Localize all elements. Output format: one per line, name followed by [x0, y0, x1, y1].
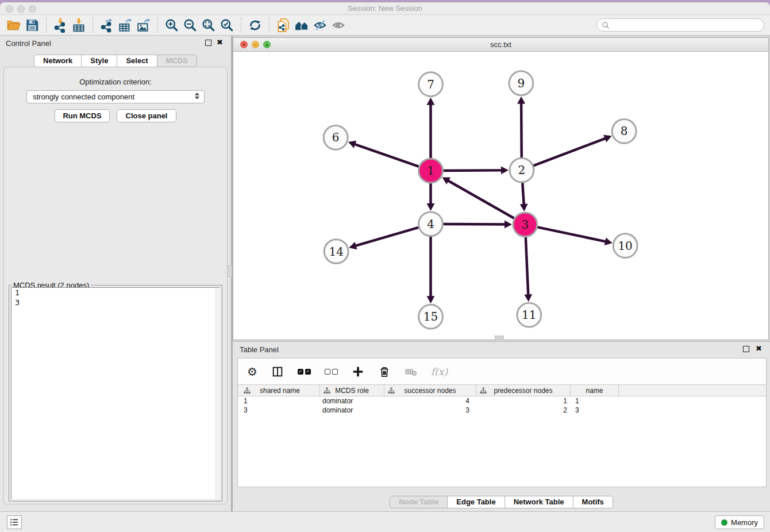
zoom-out-icon	[183, 18, 198, 33]
deselect-all-button[interactable]	[325, 363, 338, 380]
node-label: 15	[424, 310, 438, 323]
select-all-button[interactable]: ✓✓	[298, 363, 311, 380]
tab-network[interactable]: Network	[34, 55, 82, 67]
tab-edge-table[interactable]: Edge Table	[448, 496, 505, 508]
tab-network-table[interactable]: Network Table	[505, 496, 573, 508]
show-details-button[interactable]	[329, 17, 348, 34]
app-window: Session: New Session Control Panel	[0, 2, 770, 532]
unchecked-box-icon	[325, 369, 330, 375]
zoom-selected-button[interactable]	[218, 17, 236, 34]
workspace: ✕ − + scc.txt 1234678910111415 Table Pan…	[233, 36, 770, 511]
tab-node-table[interactable]: Node Table	[390, 496, 448, 508]
network-window-titlebar: ✕ − + scc.txt	[233, 38, 768, 52]
tab-select[interactable]: Select	[117, 55, 157, 67]
table-row[interactable]: 1 dominator 4 1 1	[238, 396, 766, 406]
search-field[interactable]	[596, 18, 764, 32]
criterion-dropdown[interactable]: strongly connected component	[26, 90, 205, 103]
task-history-button[interactable]	[7, 515, 22, 529]
control-panel-title: Control Panel	[6, 39, 51, 48]
table-row[interactable]: 3 dominator 3 2 3	[238, 406, 766, 415]
graph-edge[interactable]	[522, 183, 524, 206]
tab-mcds[interactable]: MCDS	[157, 55, 197, 67]
mcds-result-textarea[interactable]: 1 3	[11, 287, 220, 499]
checked-box-icon: ✓	[305, 369, 311, 375]
scrollbar-track[interactable]	[215, 288, 220, 499]
result-line: 1	[11, 288, 220, 298]
close-panel-icon[interactable]: ✖	[756, 344, 762, 353]
graph-edge[interactable]	[355, 228, 419, 246]
gear-icon: ⚙	[247, 365, 257, 378]
add-column-button[interactable]	[352, 363, 364, 380]
float-panel-icon[interactable]	[743, 346, 749, 352]
delete-button[interactable]	[378, 363, 391, 380]
horizontal-splitter-handle[interactable]	[495, 336, 504, 340]
node-label: 3	[521, 218, 529, 232]
export-image-icon	[136, 18, 151, 33]
import-table-icon	[71, 18, 86, 33]
tab-style[interactable]: Style	[82, 55, 117, 67]
zoom-out-button[interactable]	[181, 17, 199, 34]
mcds-tab-content: Optimization criterion: strongly connect…	[3, 67, 228, 504]
network-window-title: scc.txt	[233, 40, 768, 49]
close-panel-button[interactable]: Close panel	[117, 109, 176, 122]
zoom-selected-icon	[220, 18, 234, 33]
zoom-in-button[interactable]	[163, 17, 181, 34]
split-columns-button[interactable]	[271, 363, 284, 380]
delete-column-icon	[405, 365, 417, 378]
column-header-successor-nodes[interactable]: successor nodes	[384, 385, 476, 396]
node-table-card: ⚙ ✓✓ f(x) shared name MCDS role successo…	[237, 358, 767, 487]
hierarchy-icon	[388, 387, 395, 394]
graph-edge[interactable]	[447, 180, 514, 218]
float-panel-icon[interactable]	[205, 40, 211, 46]
toolbar-separator	[46, 18, 47, 33]
duplicate-network-button[interactable]	[274, 17, 292, 34]
graph-edge[interactable]	[526, 237, 529, 296]
memory-button[interactable]: Memory	[715, 515, 764, 529]
neighborhood-button[interactable]	[292, 17, 311, 34]
import-table-button[interactable]	[70, 17, 88, 34]
save-session-button[interactable]	[23, 17, 41, 34]
hide-annotations-button[interactable]	[311, 17, 329, 34]
column-header-name[interactable]: name	[571, 385, 619, 396]
table-panel: Table Panel ✖ ⚙ ✓✓ f(x) shared nam	[233, 341, 770, 511]
export-network-icon	[99, 18, 114, 33]
mcds-result-group: MCDS result (2 nodes) 1 3	[9, 285, 222, 502]
run-mcds-button[interactable]: Run MCDS	[55, 109, 110, 122]
node-label: 14	[329, 245, 343, 259]
tab-motifs[interactable]: Motifs	[573, 496, 613, 508]
export-network-button[interactable]	[98, 17, 116, 34]
window-titlebar: Session: New Session	[0, 2, 770, 15]
search-input[interactable]	[610, 20, 764, 30]
column-header-shared-name[interactable]: shared name	[240, 385, 320, 396]
close-panel-icon[interactable]: ✖	[217, 38, 223, 47]
column-header-mcds-role[interactable]: MCDS role	[320, 385, 384, 396]
graph-edge[interactable]	[533, 138, 606, 165]
network-canvas[interactable]: 1234678910111415	[233, 52, 768, 340]
graph-edge[interactable]	[521, 102, 522, 158]
graph-edge[interactable]	[443, 224, 506, 225]
export-image-button[interactable]	[134, 17, 153, 34]
open-session-button[interactable]	[5, 17, 23, 34]
control-panel-header: Control Panel ✖	[0, 36, 231, 51]
edge-arrowhead	[427, 296, 435, 303]
delete-column-button[interactable]	[405, 363, 417, 380]
export-table-button[interactable]	[116, 17, 134, 34]
node-label: 8	[621, 125, 628, 138]
table-settings-button[interactable]: ⚙	[247, 363, 257, 380]
apply-layout-button[interactable]	[246, 17, 264, 34]
network-view-window: ✕ − + scc.txt 1234678910111415	[233, 37, 769, 340]
edge-arrowhead	[427, 203, 435, 211]
import-network-button[interactable]	[51, 17, 70, 34]
floppy-icon	[25, 18, 40, 33]
eye-slash-icon	[313, 18, 328, 33]
edge-arrowhead	[517, 97, 525, 104]
graph-edge[interactable]	[353, 144, 419, 167]
zoom-fit-button[interactable]	[199, 17, 218, 34]
graph-edge[interactable]	[537, 227, 607, 242]
function-builder-button[interactable]: f(x)	[431, 363, 448, 380]
graph-edge[interactable]	[443, 170, 503, 171]
table-panel-title: Table Panel	[240, 345, 279, 354]
column-header-predecessor-nodes[interactable]: predecessor nodes	[476, 385, 571, 396]
splitter-handle[interactable]	[227, 265, 232, 277]
split-panel-icon	[271, 365, 284, 378]
